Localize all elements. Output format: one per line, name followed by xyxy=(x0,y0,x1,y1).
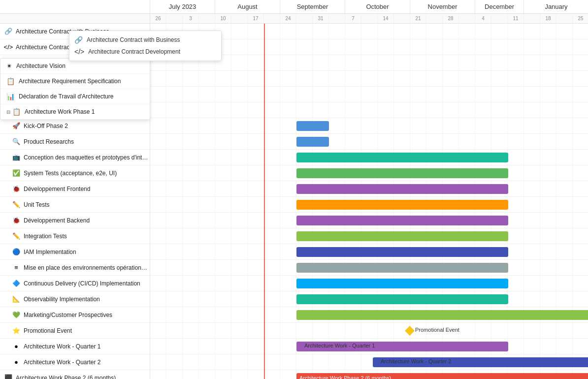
expand-icon[interactable]: ⊟ xyxy=(6,109,10,115)
grid-cell xyxy=(508,339,524,354)
grid-cell xyxy=(231,87,248,102)
grid-cell xyxy=(313,55,329,70)
task-label: System Tests (acceptance, e2e, UI) xyxy=(24,170,117,177)
grid-cell xyxy=(231,197,248,212)
sidebar-item[interactable]: ⊟📋Architecture Work Phase 1 xyxy=(0,104,150,120)
grid-cell xyxy=(508,165,524,181)
milestone-circle xyxy=(373,359,379,365)
gantt-bar[interactable] xyxy=(296,279,508,288)
gantt-bar[interactable] xyxy=(296,121,329,131)
task-row[interactable]: 🔍Product Researchs xyxy=(0,134,150,150)
sidebar-item-label: Architecture Vision xyxy=(16,63,65,69)
grid-cell xyxy=(573,228,588,244)
gantt-bar[interactable] xyxy=(296,263,508,273)
sidebar-item-icon: ✴ xyxy=(6,62,12,70)
grid-cell xyxy=(264,370,280,379)
month-label: July 2023 xyxy=(150,0,215,13)
grid-cell xyxy=(166,134,183,149)
grid-cell xyxy=(199,244,215,259)
task-row[interactable]: ●Architecture Work - Quarter 1 xyxy=(0,339,150,354)
grid-cell xyxy=(313,24,329,39)
gantt-bar[interactable] xyxy=(296,247,508,257)
gantt-bar[interactable] xyxy=(296,294,508,304)
task-row[interactable]: ⭐Promotional Event xyxy=(0,323,150,339)
gantt-bar[interactable] xyxy=(296,231,508,241)
grid-cell xyxy=(556,71,573,86)
grid-cell xyxy=(573,150,588,165)
task-icon: ● xyxy=(12,358,21,367)
sidebar-item[interactable]: 📊Déclaration de Travail d'Architecture xyxy=(0,89,150,104)
task-row[interactable]: 🚀Kick-Off Phase 2 xyxy=(0,118,150,134)
grid-cell xyxy=(150,87,166,102)
grid-cell xyxy=(166,323,183,338)
task-row[interactable]: 📐Observability Implementation xyxy=(0,291,150,307)
grid-cell xyxy=(280,118,296,133)
grid-cell xyxy=(150,307,166,322)
gantt-bar[interactable] xyxy=(296,184,508,194)
grid-cell xyxy=(248,213,264,228)
grid-cell xyxy=(426,71,443,86)
sidebar-item[interactable]: 📋Architecture Requirement Specification xyxy=(0,74,150,89)
task-row[interactable]: ✏️Unit Tests xyxy=(0,197,150,213)
grid-cell xyxy=(280,276,296,291)
grid-cell xyxy=(443,24,459,39)
grid-cell xyxy=(443,71,459,86)
grid-cell xyxy=(573,165,588,181)
grid-cell xyxy=(280,244,296,259)
grid-cell xyxy=(231,118,248,133)
grid-cell xyxy=(231,55,248,70)
task-row[interactable]: ✏️Integration Tests xyxy=(0,228,150,244)
grid-cell xyxy=(361,39,378,55)
task-row[interactable]: 🔵IAM Implementation xyxy=(0,244,150,260)
task-row[interactable]: ≡Mise en place des environnements opérat… xyxy=(0,260,150,276)
task-row[interactable]: ●Architecture Work - Quarter 2 xyxy=(0,354,150,370)
grid-cell xyxy=(248,181,264,196)
grid-cell xyxy=(280,307,296,322)
grid-cell xyxy=(166,291,183,307)
grid-cell xyxy=(410,71,426,86)
tooltip-item-label: Architecture Contract Development xyxy=(88,48,180,55)
week-cell: 18 xyxy=(540,14,556,23)
task-row[interactable]: 📺Conception des maquettes et prototypes … xyxy=(0,150,150,165)
grid-cell xyxy=(231,39,248,55)
sidebar-overlay[interactable]: ✴Architecture Vision📋Architecture Requir… xyxy=(0,58,150,120)
gantt-bar[interactable]: Architecture Work Phase 2 (6 months) xyxy=(296,373,588,379)
gantt-bar[interactable] xyxy=(296,310,588,320)
task-label: Unit Tests xyxy=(24,201,49,208)
task-row[interactable]: 💚Marketing/Customer Prospectives xyxy=(0,307,150,323)
chart-row: Promotional Event xyxy=(150,323,588,339)
gantt-bar[interactable] xyxy=(296,137,329,147)
grid-cell xyxy=(231,71,248,86)
task-row[interactable]: 🐞Développement Frontend xyxy=(0,181,150,197)
task-label: Mise en place des environnements opérati… xyxy=(24,264,150,271)
grid-cell xyxy=(556,181,573,196)
grid-cell xyxy=(183,291,199,307)
task-row[interactable]: 🐞Développement Backend xyxy=(0,213,150,228)
grid-cell xyxy=(183,165,199,181)
gantt-bar[interactable] xyxy=(296,200,508,210)
grid-cell xyxy=(231,354,248,370)
left-panel-week xyxy=(0,14,150,23)
task-label: IAM Implementation xyxy=(24,249,76,255)
tooltip-item[interactable]: 🔗Architecture Contract with Business xyxy=(74,34,216,46)
grid-cell xyxy=(166,228,183,244)
grid-cell xyxy=(573,339,588,354)
tooltip-item[interactable]: </>Architecture Contract Development xyxy=(74,46,216,58)
gantt-bar[interactable] xyxy=(296,153,508,162)
grid-cell xyxy=(491,118,508,133)
grid-cell xyxy=(459,87,475,102)
grid-cell xyxy=(215,354,231,370)
task-row[interactable]: 🔷Continuous Delivery (CI/CD) Implementat… xyxy=(0,276,150,291)
grid-cell xyxy=(313,354,329,370)
gantt-bar[interactable] xyxy=(296,216,508,225)
grid-cell xyxy=(475,118,491,133)
grid-cell xyxy=(183,323,199,338)
task-row[interactable]: ✅System Tests (acceptance, e2e, UI) xyxy=(0,165,150,181)
gantt-bar[interactable] xyxy=(296,168,508,178)
task-row[interactable]: ⬛Architecture Work Phase 2 (6 months) xyxy=(0,370,150,379)
grid-cell xyxy=(231,150,248,165)
grid-cell xyxy=(410,39,426,55)
grid-cell xyxy=(426,39,443,55)
grid-cell xyxy=(329,39,345,55)
grid-cell xyxy=(183,150,199,165)
